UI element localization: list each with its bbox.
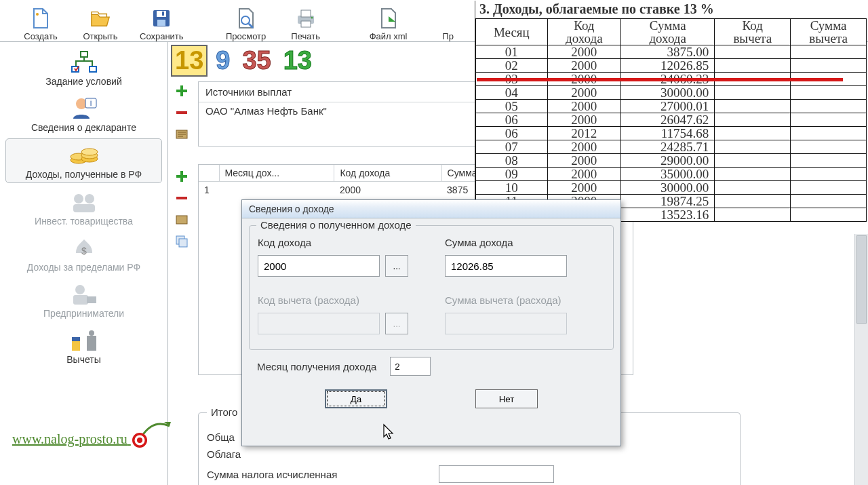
xml-label: Файл xml — [370, 31, 408, 41]
scan-col: Суммадохода — [621, 19, 715, 45]
sum-input[interactable] — [445, 255, 567, 277]
xml-file-icon — [378, 8, 399, 28]
scan-row: 0120003875.00 — [476, 45, 867, 59]
svg-point-22 — [85, 194, 94, 203]
sidebar-item-label: Доходы за пределами РФ — [27, 262, 140, 273]
add-income-button[interactable] — [174, 168, 190, 185]
edit-income-button[interactable] — [174, 212, 190, 228]
preview-button[interactable]: Просмотр — [226, 8, 267, 41]
scan-row: 02200012026.85 — [476, 59, 867, 73]
sidebar-item-entrepreneur: Предприниматели — [0, 277, 167, 323]
scan-row: 08200029000.00 — [476, 154, 867, 168]
no-button[interactable]: Нет — [475, 389, 538, 408]
svg-rect-7 — [301, 10, 311, 17]
income-dialog: Сведения о доходе Сведения о полученном … — [241, 199, 621, 446]
sidebar-item-label: Инвест. товарищества — [35, 216, 133, 227]
scan-table: МесяцКоддоходаСуммадоходаКодвычетаСуммав… — [475, 18, 867, 222]
sidebar-item-income-rf[interactable]: Доходы, полученные в РФ — [5, 138, 162, 183]
svg-rect-28 — [72, 341, 80, 351]
svg-point-25 — [75, 285, 85, 294]
sources-buttons — [174, 83, 193, 148]
scan-row: 09200035000.00 — [476, 168, 867, 181]
edit-source-button[interactable] — [174, 126, 190, 142]
svg-rect-12 — [90, 66, 96, 72]
remove-source-button[interactable] — [174, 104, 190, 121]
print-button[interactable]: Печать — [285, 8, 326, 41]
svg-text:$: $ — [81, 246, 87, 256]
check-label: Пр — [442, 31, 454, 41]
dialog-fieldset-legend: Сведения о полученном доходе — [256, 219, 416, 231]
scan-row: 04200030000.00 — [476, 86, 867, 100]
svg-rect-4 — [162, 12, 164, 16]
save-label: Сохранить — [140, 31, 184, 41]
add-source-button[interactable] — [174, 83, 190, 99]
sidebar-item-label: Доходы, полученные в РФ — [26, 169, 142, 180]
watermark: www.nalog-prosto.ru — [12, 431, 149, 449]
sidebar-item-conditions[interactable]: Задание условий — [0, 45, 167, 91]
svg-rect-26 — [73, 295, 88, 305]
sidebar-item-label: Предприниматели — [43, 308, 124, 319]
dedsum-input — [445, 313, 567, 334]
scan-col: Месяц — [476, 19, 548, 45]
rate-tab-13[interactable]: 13 — [171, 45, 208, 77]
scrollbar[interactable] — [854, 234, 868, 485]
sidebar-item-income-foreign: $ Доходы за пределами РФ — [0, 231, 167, 277]
dedcode-label: Код вычета (расхода) — [258, 294, 418, 306]
income-buttons — [174, 168, 193, 255]
tree-icon — [69, 49, 99, 76]
rate-tab-35[interactable]: 35 — [238, 45, 275, 77]
copy-income-button[interactable] — [174, 233, 190, 250]
save-button[interactable]: Сохранить — [140, 8, 184, 41]
rate-tab-13b[interactable]: 13 — [279, 45, 316, 77]
sidebar-item-invest: Инвест. товарищества — [0, 185, 167, 231]
svg-rect-27 — [87, 296, 96, 303]
code-input[interactable] — [258, 255, 380, 277]
open-button[interactable]: Открыть — [80, 8, 121, 41]
svg-rect-8 — [301, 21, 311, 27]
scan-row: 06201211754.68 — [476, 127, 867, 140]
reference-document: 3. Доходы, облагаемые по ставке 13 % Мес… — [475, 1, 867, 222]
sidebar-item-deductions[interactable]: Вычеты — [0, 323, 167, 369]
coins-icon — [69, 142, 99, 169]
scan-row: 05200027000.01 — [476, 100, 867, 113]
print-label: Печать — [291, 31, 320, 41]
svg-rect-29 — [72, 337, 80, 341]
total-input-3[interactable] — [439, 465, 554, 483]
dedcode-lookup-button: ... — [385, 313, 408, 334]
svg-rect-23 — [73, 204, 95, 212]
col-month[interactable]: Месяц дох... — [219, 165, 334, 182]
create-label: Создать — [24, 31, 57, 41]
sidebar-item-label: Задание условий — [45, 76, 121, 87]
create-button[interactable]: Создать — [20, 8, 61, 41]
svg-rect-30 — [87, 336, 96, 351]
svg-rect-10 — [81, 52, 87, 57]
preview-label: Просмотр — [226, 31, 266, 41]
save-icon — [151, 8, 172, 28]
svg-point-0 — [36, 13, 39, 16]
yes-button[interactable]: Да — [325, 389, 387, 408]
scan-row: 06200026047.62 — [476, 113, 867, 127]
printer-icon — [296, 8, 316, 28]
sidebar-item-label: Вычеты — [66, 354, 101, 365]
money-bag-icon: $ — [73, 235, 96, 262]
sidebar-item-declarant[interactable]: i Сведения о декларанте — [0, 91, 167, 137]
svg-point-21 — [74, 194, 83, 203]
scan-col: Суммавычета — [791, 19, 867, 45]
month-input[interactable] — [390, 357, 431, 376]
xml-button[interactable]: Файл xml — [368, 8, 409, 41]
dedcode-input — [258, 313, 380, 334]
code-label: Код дохода — [258, 237, 418, 248]
svg-point-20 — [81, 149, 98, 155]
remove-income-button[interactable] — [174, 190, 190, 206]
dedsum-label: Сумма вычета (расхода) — [445, 294, 605, 306]
sum-label: Сумма дохода — [445, 237, 605, 248]
check-button[interactable]: Пр — [428, 8, 469, 41]
svg-point-31 — [89, 330, 94, 336]
totals-legend: Итого — [207, 406, 241, 418]
folder-open-icon — [90, 8, 111, 28]
code-lookup-button[interactable]: ... — [385, 255, 408, 277]
scan-col: Коддохода — [547, 19, 620, 45]
col-code[interactable]: Код дохода — [334, 165, 441, 182]
scan-col: Кодвычета — [715, 19, 791, 45]
rate-tab-9[interactable]: 9 — [212, 45, 234, 77]
